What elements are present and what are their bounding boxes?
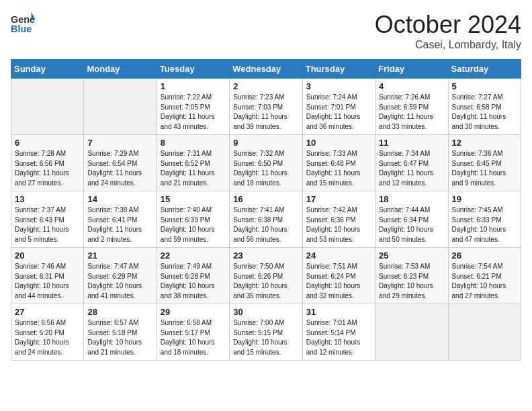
day-info: Sunrise: 6:58 AM Sunset: 5:17 PM Dayligh…: [161, 318, 226, 357]
calendar-cell: 1Sunrise: 7:22 AM Sunset: 7:05 PM Daylig…: [157, 79, 229, 135]
weekday-saturday: Saturday: [448, 60, 521, 79]
day-number: 10: [306, 138, 371, 148]
calendar-cell: [11, 79, 84, 135]
day-info: Sunrise: 7:37 AM Sunset: 6:43 PM Dayligh…: [15, 205, 80, 244]
day-info: Sunrise: 7:51 AM Sunset: 6:24 PM Dayligh…: [306, 262, 371, 301]
day-number: 26: [452, 250, 517, 261]
calendar-cell: 28Sunrise: 6:57 AM Sunset: 5:18 PM Dayli…: [84, 304, 157, 361]
day-info: Sunrise: 7:38 AM Sunset: 6:41 PM Dayligh…: [87, 205, 152, 244]
day-info: Sunrise: 7:50 AM Sunset: 6:26 PM Dayligh…: [233, 262, 298, 301]
day-info: Sunrise: 7:36 AM Sunset: 6:45 PM Dayligh…: [452, 149, 517, 188]
calendar-cell: 29Sunrise: 6:58 AM Sunset: 5:17 PM Dayli…: [157, 304, 229, 361]
page-header: General Blue October 2024 Casei, Lombard…: [11, 11, 521, 51]
day-number: 2: [233, 81, 298, 91]
day-number: 23: [233, 250, 298, 261]
day-number: 12: [452, 138, 517, 148]
calendar-cell: 22Sunrise: 7:49 AM Sunset: 6:28 PM Dayli…: [157, 248, 229, 304]
day-info: Sunrise: 7:28 AM Sunset: 6:56 PM Dayligh…: [15, 149, 80, 188]
day-info: Sunrise: 7:00 AM Sunset: 5:15 PM Dayligh…: [233, 318, 298, 357]
calendar-cell: 21Sunrise: 7:47 AM Sunset: 6:29 PM Dayli…: [84, 248, 157, 304]
day-number: 4: [379, 81, 444, 91]
day-number: 30: [233, 307, 298, 317]
day-info: Sunrise: 7:49 AM Sunset: 6:28 PM Dayligh…: [161, 262, 226, 301]
day-info: Sunrise: 7:40 AM Sunset: 6:39 PM Dayligh…: [161, 205, 226, 244]
logo-icon: General Blue: [11, 11, 35, 35]
calendar-cell: 30Sunrise: 7:00 AM Sunset: 5:15 PM Dayli…: [230, 304, 302, 361]
calendar-cell: 25Sunrise: 7:53 AM Sunset: 6:23 PM Dayli…: [375, 248, 448, 304]
calendar-cell: 12Sunrise: 7:36 AM Sunset: 6:45 PM Dayli…: [448, 135, 521, 191]
day-number: 8: [161, 138, 226, 148]
calendar-cell: 5Sunrise: 7:27 AM Sunset: 6:58 PM Daylig…: [448, 79, 521, 135]
day-info: Sunrise: 7:54 AM Sunset: 6:21 PM Dayligh…: [452, 262, 517, 301]
calendar-cell: 26Sunrise: 7:54 AM Sunset: 6:21 PM Dayli…: [448, 248, 521, 304]
calendar-cell: 2Sunrise: 7:23 AM Sunset: 7:03 PM Daylig…: [230, 79, 302, 135]
day-info: Sunrise: 7:01 AM Sunset: 5:14 PM Dayligh…: [306, 318, 371, 357]
day-info: Sunrise: 7:45 AM Sunset: 6:33 PM Dayligh…: [452, 205, 517, 244]
day-number: 28: [87, 307, 152, 317]
day-info: Sunrise: 7:46 AM Sunset: 6:31 PM Dayligh…: [15, 262, 80, 301]
calendar-cell: 15Sunrise: 7:40 AM Sunset: 6:39 PM Dayli…: [157, 191, 229, 248]
weekday-tuesday: Tuesday: [157, 60, 229, 79]
calendar-cell: 16Sunrise: 7:41 AM Sunset: 6:38 PM Dayli…: [230, 191, 302, 248]
day-info: Sunrise: 6:57 AM Sunset: 5:18 PM Dayligh…: [87, 318, 152, 357]
day-info: Sunrise: 7:32 AM Sunset: 6:50 PM Dayligh…: [233, 149, 298, 188]
day-info: Sunrise: 7:26 AM Sunset: 6:59 PM Dayligh…: [379, 93, 444, 132]
calendar-body: 1Sunrise: 7:22 AM Sunset: 7:05 PM Daylig…: [11, 79, 521, 361]
day-number: 7: [87, 138, 152, 148]
day-number: 6: [15, 138, 80, 148]
calendar-cell: 24Sunrise: 7:51 AM Sunset: 6:24 PM Dayli…: [302, 248, 375, 304]
calendar-week-4: 20Sunrise: 7:46 AM Sunset: 6:31 PM Dayli…: [11, 248, 521, 304]
calendar-week-1: 1Sunrise: 7:22 AM Sunset: 7:05 PM Daylig…: [11, 79, 521, 135]
calendar-table: SundayMondayTuesdayWednesdayThursdayFrid…: [11, 59, 521, 361]
day-number: 19: [452, 194, 517, 204]
day-info: Sunrise: 7:53 AM Sunset: 6:23 PM Dayligh…: [379, 262, 444, 301]
weekday-header-row: SundayMondayTuesdayWednesdayThursdayFrid…: [11, 60, 521, 79]
logo: General Blue: [11, 11, 35, 35]
day-number: 18: [379, 194, 444, 204]
day-info: Sunrise: 7:29 AM Sunset: 6:54 PM Dayligh…: [87, 149, 152, 188]
calendar-cell: 8Sunrise: 7:31 AM Sunset: 6:52 PM Daylig…: [157, 135, 229, 191]
day-number: 31: [306, 307, 371, 317]
day-info: Sunrise: 7:33 AM Sunset: 6:48 PM Dayligh…: [306, 149, 371, 188]
day-info: Sunrise: 7:41 AM Sunset: 6:38 PM Dayligh…: [233, 205, 298, 244]
day-info: Sunrise: 7:23 AM Sunset: 7:03 PM Dayligh…: [233, 93, 298, 132]
calendar-cell: 17Sunrise: 7:42 AM Sunset: 6:36 PM Dayli…: [302, 191, 375, 248]
day-number: 24: [306, 250, 371, 261]
day-number: 13: [15, 194, 80, 204]
weekday-thursday: Thursday: [302, 60, 375, 79]
day-info: Sunrise: 7:34 AM Sunset: 6:47 PM Dayligh…: [379, 149, 444, 188]
day-number: 16: [233, 194, 298, 204]
calendar-week-2: 6Sunrise: 7:28 AM Sunset: 6:56 PM Daylig…: [11, 135, 521, 191]
day-number: 25: [379, 250, 444, 261]
day-number: 21: [87, 250, 152, 261]
day-number: 27: [15, 307, 80, 317]
weekday-wednesday: Wednesday: [230, 60, 302, 79]
calendar-cell: 13Sunrise: 7:37 AM Sunset: 6:43 PM Dayli…: [11, 191, 84, 248]
day-number: 5: [452, 81, 517, 91]
calendar-cell: [84, 79, 157, 135]
day-info: Sunrise: 7:44 AM Sunset: 6:34 PM Dayligh…: [379, 205, 444, 244]
calendar-cell: 23Sunrise: 7:50 AM Sunset: 6:26 PM Dayli…: [230, 248, 302, 304]
day-info: Sunrise: 7:31 AM Sunset: 6:52 PM Dayligh…: [161, 149, 226, 188]
calendar-cell: 31Sunrise: 7:01 AM Sunset: 5:14 PM Dayli…: [302, 304, 375, 361]
calendar-cell: 10Sunrise: 7:33 AM Sunset: 6:48 PM Dayli…: [302, 135, 375, 191]
day-number: 11: [379, 138, 444, 148]
day-info: Sunrise: 7:47 AM Sunset: 6:29 PM Dayligh…: [87, 262, 152, 301]
day-number: 15: [161, 194, 226, 204]
weekday-sunday: Sunday: [11, 60, 84, 79]
weekday-friday: Friday: [375, 60, 448, 79]
calendar-week-5: 27Sunrise: 6:56 AM Sunset: 5:20 PM Dayli…: [11, 304, 521, 361]
day-number: 9: [233, 138, 298, 148]
day-number: 22: [161, 250, 226, 261]
calendar-cell: 18Sunrise: 7:44 AM Sunset: 6:34 PM Dayli…: [375, 191, 448, 248]
calendar-cell: 11Sunrise: 7:34 AM Sunset: 6:47 PM Dayli…: [375, 135, 448, 191]
day-number: 29: [161, 307, 226, 317]
location-title: Casei, Lombardy, Italy: [375, 39, 521, 51]
day-number: 3: [306, 81, 371, 91]
svg-text:Blue: Blue: [11, 24, 32, 34]
calendar-cell: 19Sunrise: 7:45 AM Sunset: 6:33 PM Dayli…: [448, 191, 521, 248]
calendar-week-3: 13Sunrise: 7:37 AM Sunset: 6:43 PM Dayli…: [11, 191, 521, 248]
calendar-cell: 6Sunrise: 7:28 AM Sunset: 6:56 PM Daylig…: [11, 135, 84, 191]
calendar-cell: [448, 304, 521, 361]
day-info: Sunrise: 7:27 AM Sunset: 6:58 PM Dayligh…: [452, 93, 517, 132]
